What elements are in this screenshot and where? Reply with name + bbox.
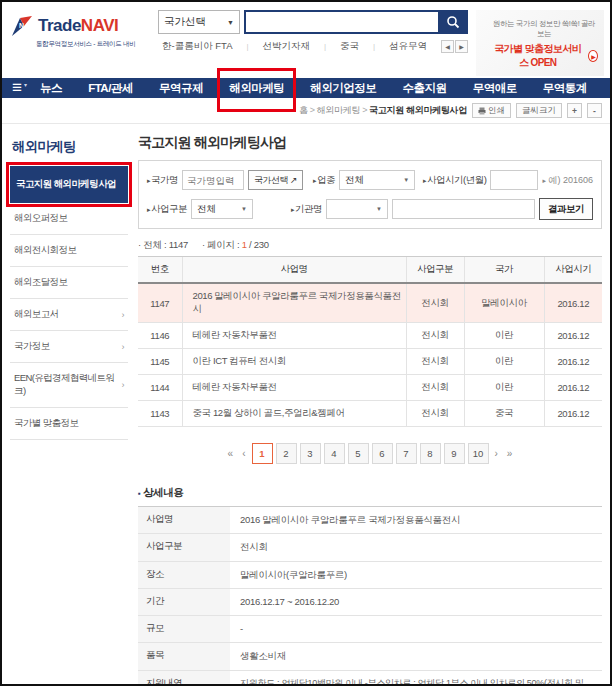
sidebar-item-een[interactable]: EEN(유럽경제협력네트워크) ›	[10, 363, 128, 408]
sidebar-item-overseas-procurement[interactable]: 해외조달정보	[10, 267, 128, 299]
results-table: 번호 사업명 사업구분 국가 사업시기 1147 2016 말레이시아 쿠알라룸…	[138, 256, 602, 427]
pagination-page-1[interactable]: 1	[252, 443, 273, 464]
country-name-input[interactable]	[182, 170, 244, 190]
pagination-page-3[interactable]: 3	[300, 443, 321, 464]
pagination-prev[interactable]: ‹	[239, 448, 248, 459]
sidebar-item-custom-country-info[interactable]: 국가별 맞춤정보	[10, 408, 128, 440]
logo-text: TradeNAVI	[38, 16, 118, 36]
promo-title: 국가별 맞춤정보서비스 OPEN	[490, 42, 585, 70]
pagination-first[interactable]: «	[225, 448, 237, 459]
detail-row: 사업구분전시회	[138, 534, 602, 561]
promo-subtitle: 원하는 국가의 정보만 쏙!쏙! 골라보는	[490, 19, 598, 39]
logo-tagline: 통합무역정보서비스 - 트레이드 내비	[36, 40, 150, 49]
org-select[interactable]: ▼	[326, 199, 388, 219]
promo-open-arrow-icon[interactable]: ▶	[588, 50, 598, 62]
font-size-increase-button[interactable]: +	[567, 103, 582, 118]
quick-links-bar: 한-콜롬비아 FTA | 선박기자재 | 중국 | 섬유무역 ◀ ▶	[158, 40, 468, 53]
sidebar: 해외마케팅 국고지원 해외마케팅사업 해외오퍼정보 해외전시회정보 해외조달정보…	[10, 132, 128, 686]
breadcrumb-home[interactable]: 홈	[299, 105, 308, 115]
pagination-page-4[interactable]: 4	[324, 443, 345, 464]
nav-item-news[interactable]: 뉴스	[36, 79, 66, 98]
nav-item-fta[interactable]: FTA/관세	[84, 79, 137, 98]
business-type-select[interactable]: 전체 ▼	[191, 199, 253, 219]
period-input[interactable]	[490, 170, 538, 190]
table-row[interactable]: 1146 테헤란 자동차부품전 전시회 이란 2016.12	[138, 323, 602, 349]
main-content: 국고지원 해외마케팅사업 ▸국가명 국가선택 ↗ ▸업종 전체 ▼ ▸사업시기(…	[138, 132, 602, 686]
font-size-decrease-button[interactable]: -	[587, 103, 602, 118]
chevron-right-icon: ›	[122, 380, 124, 390]
current-page: 1	[242, 239, 247, 250]
detail-row: 지원내역지원한도 : 업체당10백만원 이내 -부스임차료 : 업체당 1부스 …	[138, 670, 602, 686]
nav-item-export-support[interactable]: 수출지원	[399, 79, 451, 98]
quick-link[interactable]: 한-콜롬비아 FTA	[158, 40, 237, 53]
detail-table: 사업명2016 말레이시아 쿠알라룸푸르 국제가정용품식품전시 사업구분전시회 …	[138, 506, 602, 686]
print-icon	[478, 107, 486, 115]
table-row[interactable]: 1145 이란 ICT 컴퓨터 전시회 전시회 이란 2016.12	[138, 349, 602, 375]
country-service-promo[interactable]: 원하는 국가의 정보만 쏙!쏙! 골라보는 국가별 맞춤정보서비스 OPEN ▶	[476, 10, 604, 76]
table-row[interactable]: 1144 테헤란 자동차부품전 전시회 이란 2016.12	[138, 375, 602, 401]
chevron-down-icon: ▼	[241, 206, 247, 212]
industry-label: ▸업종	[313, 174, 335, 187]
page-title: 국고지원 해외마케팅사업	[138, 134, 602, 152]
table-header-row: 번호 사업명 사업구분 국가 사업시기	[138, 257, 602, 284]
col-header-period: 사업시기	[544, 257, 602, 284]
pagination-page-6[interactable]: 6	[372, 443, 393, 464]
country-select-popup-button[interactable]: 국가선택 ↗	[248, 170, 303, 190]
quick-links-next-icon[interactable]: ▶	[455, 40, 468, 53]
quick-link[interactable]: 섬유무역	[385, 40, 431, 53]
site-header: N TradeNAVI 통합무역정보서비스 - 트레이드 내비 국가선택 ▼	[2, 2, 610, 78]
detail-row: 장소말레이시아(쿠알라룸푸르)	[138, 561, 602, 588]
pagination-page-5[interactable]: 5	[348, 443, 369, 464]
industry-select[interactable]: 전체 ▼	[339, 170, 415, 190]
main-nav: ≡ ▾ 뉴스 FTA/관세 무역규제 해외마케팅 해외기업정보 수출지원 무역애…	[2, 78, 610, 98]
nav-item-trade-regulation[interactable]: 무역규제	[155, 79, 207, 98]
search-button[interactable]	[438, 10, 468, 34]
nav-item-overseas-company[interactable]: 해외기업정보	[306, 79, 380, 98]
chevron-down-icon: ▼	[403, 177, 409, 183]
pagination-page-10[interactable]: 10	[468, 443, 489, 464]
pagination-next[interactable]: ›	[492, 448, 501, 459]
sidebar-item-country-info[interactable]: 국가정보 ›	[10, 331, 128, 363]
table-row[interactable]: 1147 2016 말레이시아 쿠알라룸푸르 국제가정용품식품전시 전시회 말레…	[138, 283, 602, 323]
quick-link[interactable]: 선박기자재	[259, 40, 315, 53]
nav-item-trade-statistics[interactable]: 무역통계	[539, 79, 591, 98]
pagination-page-8[interactable]: 8	[420, 443, 441, 464]
pagination: « ‹ 1 2 3 4 5 6 7 8 9 10 › »	[138, 443, 602, 464]
nav-item-overseas-marketing[interactable]: 해외마케팅	[225, 79, 288, 98]
quick-link[interactable]: 중국	[336, 40, 363, 53]
org-label: ▸기관명	[291, 203, 322, 216]
detail-row: 규모-	[138, 616, 602, 643]
breadcrumb-level1[interactable]: 해외마케팅	[317, 105, 361, 115]
bullet-square-icon: ▪	[138, 489, 140, 498]
pagination-page-9[interactable]: 9	[444, 443, 465, 464]
country-name-label: ▸국가명	[147, 174, 178, 187]
pagination-last[interactable]: »	[504, 448, 516, 459]
view-results-button[interactable]: 결과보기	[539, 198, 593, 220]
detail-row: 기간2016.12.17 ~ 2016.12.20	[138, 588, 602, 615]
period-label: ▸사업시기(년월)	[423, 174, 486, 187]
period-hint: ▸ 예) 201606	[542, 174, 593, 187]
sidebar-item-overseas-exhibition[interactable]: 해외전시회정보	[10, 235, 128, 267]
header-search-input[interactable]	[244, 10, 438, 34]
sidebar-item-overseas-report[interactable]: 해외보고서 ›	[10, 299, 128, 331]
hamburger-menu-icon[interactable]: ≡ ▾	[12, 78, 27, 98]
nav-item-trade-difficulty[interactable]: 무역애로	[469, 79, 521, 98]
pagination-page-2[interactable]: 2	[276, 443, 297, 464]
table-row[interactable]: 1143 중국 12월 상하이 골드,주얼리&젬페어 전시회 중국 2016.1…	[138, 401, 602, 427]
breadcrumb-current: 국고지원 해외마케팅사업	[369, 105, 467, 115]
keyword-input[interactable]	[392, 199, 535, 219]
total-count: 1147	[169, 239, 188, 250]
pagination-page-7[interactable]: 7	[396, 443, 417, 464]
col-header-type: 사업구분	[406, 257, 464, 284]
sidebar-item-gov-marketing[interactable]: 국고지원 해외마케팅사업	[10, 166, 128, 203]
country-select-dropdown[interactable]: 국가선택 ▼	[158, 10, 240, 34]
col-header-no: 번호	[138, 257, 182, 284]
tradenavi-logo[interactable]: N TradeNAVI 통합무역정보서비스 - 트레이드 내비	[10, 10, 150, 49]
sidebar-item-overseas-offer[interactable]: 해외오퍼정보	[10, 203, 128, 235]
header-search-area: 국가선택 ▼ 한-콜롬비아 FTA | 선박기자재 |	[158, 10, 468, 53]
print-button[interactable]: 인쇄	[472, 103, 511, 118]
col-header-country: 국가	[464, 257, 544, 284]
business-type-label: ▸사업구분	[147, 203, 187, 216]
breadcrumb-bar: 홈>해외마케팅>국고지원 해외마케팅사업 인쇄 글씨크기 + -	[2, 98, 610, 124]
quick-links-prev-icon[interactable]: ◀	[441, 40, 454, 53]
